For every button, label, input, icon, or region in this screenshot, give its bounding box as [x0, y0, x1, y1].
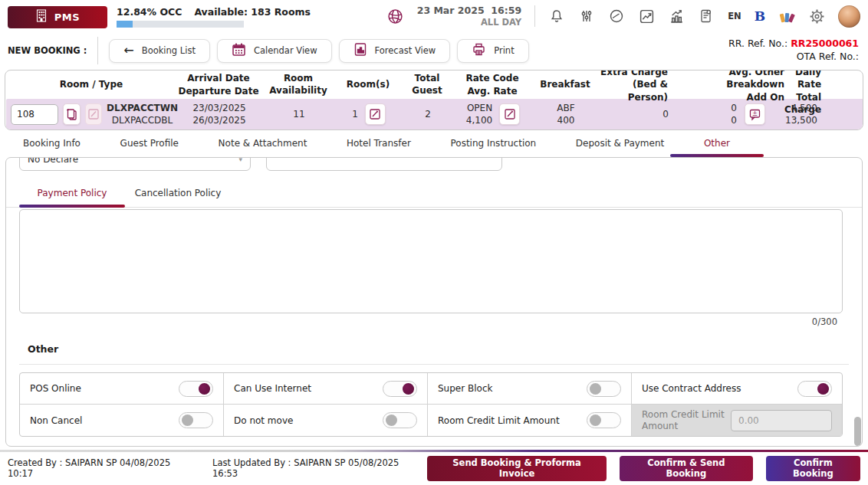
- gauge-icon[interactable]: [608, 8, 625, 25]
- occupancy-progress-bar: [117, 21, 244, 28]
- header-rate-code: Rate CodeAvg. Rate: [455, 72, 530, 97]
- user-avatar[interactable]: [838, 5, 860, 28]
- do-not-move-cell: Do not move: [224, 405, 428, 436]
- updated-by-label: Last Updated By : SAIPARN SP 05/08/2025 …: [212, 457, 427, 479]
- tab-note-attachment[interactable]: Note & Attachment: [219, 132, 307, 157]
- forecast-chart-icon: [353, 42, 367, 59]
- print-label: Print: [494, 45, 514, 56]
- room-credit-limit-label: Room Credit Limit Amount: [438, 415, 560, 426]
- booking-list-button[interactable]: ← Booking List: [109, 39, 210, 63]
- report-icon[interactable]: [698, 8, 715, 25]
- tab-posting-instruction[interactable]: Posting Instruction: [451, 132, 537, 157]
- room-number-input[interactable]: [11, 104, 58, 125]
- header-breakfast: Breakfast: [530, 79, 600, 91]
- pms-app: PMS 12.84% OCC Available: 183 Rooms 23 M…: [0, 0, 868, 485]
- booking-row: DLXPACCTWNDLXPACCDBL 23/03/202526/03/202…: [6, 99, 863, 129]
- tab-booking-info[interactable]: Booking Info: [23, 132, 81, 157]
- do-not-move-toggle[interactable]: [383, 412, 417, 428]
- pos-online-cell: POS Online: [20, 373, 224, 405]
- print-button[interactable]: Print: [457, 39, 528, 63]
- breakdown-plusminus-icon[interactable]: ±: [745, 103, 765, 125]
- use-contract-address-toggle[interactable]: [797, 381, 832, 397]
- clipped-input[interactable]: [266, 157, 502, 171]
- tab-cancellation-policy[interactable]: Cancellation Policy: [125, 182, 231, 207]
- rate-code-cell: OPEN4,100: [455, 102, 531, 126]
- tab-guest-profile[interactable]: Guest Profile: [120, 132, 179, 157]
- header-total-guest: Total Guest: [399, 73, 455, 97]
- pms-logo[interactable]: PMS: [8, 6, 107, 28]
- date-label: 23 Mar 2025: [417, 5, 485, 16]
- do-not-move-label: Do not move: [234, 415, 293, 426]
- can-use-internet-label: Can Use Internet: [234, 383, 311, 394]
- super-block-cell: Super Block: [428, 373, 632, 405]
- room-type-values: DLXPACCTWNDLXPACCDBL: [107, 102, 178, 126]
- logo-label: PMS: [54, 11, 80, 23]
- palette-icon[interactable]: [778, 8, 795, 25]
- duplicate-plus-icon[interactable]: [63, 103, 81, 125]
- options-grid: POS Online Can Use Internet Super Block …: [19, 372, 843, 437]
- credit-limit-input: [731, 410, 832, 431]
- booking-grid: Room / Type Arrival DateDeparture Date R…: [5, 70, 863, 130]
- non-cancel-cell: Non Cancel: [20, 405, 224, 436]
- send-booking-proforma-button[interactable]: Send Booking & Proforma Invoice: [427, 456, 607, 481]
- tab-other[interactable]: Other: [704, 132, 730, 157]
- tab-payment-policy[interactable]: Payment Policy: [19, 182, 125, 207]
- printer-icon: [472, 43, 486, 59]
- pos-online-label: POS Online: [30, 383, 81, 394]
- availability-cell: 11: [261, 109, 337, 120]
- edit-pencil-icon-disabled: [85, 103, 103, 125]
- header-rooms: Room(s): [337, 79, 399, 91]
- header-breakdown: Avg. Other BreakdownAdd On: [677, 70, 784, 103]
- bar-chart-icon[interactable]: [668, 8, 685, 25]
- integration-icon[interactable]: [578, 8, 595, 25]
- occupancy-progress-fill: [117, 21, 133, 28]
- forecast-view-button[interactable]: Forecast View: [339, 39, 451, 63]
- bookbar-divider: [97, 37, 98, 64]
- other-section-title: Other: [28, 343, 862, 355]
- panel-scrollbar[interactable]: [854, 417, 861, 446]
- room-type-cell: DLXPACCTWNDLXPACCDBL: [6, 102, 178, 126]
- time-label: 16:59: [491, 5, 521, 16]
- breakdown-cell: 00 ±: [678, 102, 785, 126]
- can-use-internet-cell: Can Use Internet: [224, 373, 428, 405]
- no-declare-select[interactable]: No Declare ▾: [19, 157, 251, 171]
- created-by-label: Created By : SAIPARN SP 04/08/2025 10:17: [8, 457, 199, 479]
- tab-hotel-transfer[interactable]: Hotel Transfer: [347, 132, 411, 157]
- currency-b-button[interactable]: B: [755, 8, 765, 24]
- svg-text:±: ±: [752, 110, 758, 117]
- bell-icon[interactable]: [548, 8, 565, 25]
- globe-icon[interactable]: [387, 8, 404, 25]
- top-bar: PMS 12.84% OCC Available: 183 Rooms 23 M…: [0, 0, 868, 32]
- line-chart-icon[interactable]: [638, 8, 655, 25]
- confirm-booking-button[interactable]: Confirm Booking: [766, 456, 860, 481]
- use-contract-address-label: Use Contract Address: [642, 383, 741, 394]
- header-arrival-departure: Arrival DateDeparture Date: [177, 72, 260, 97]
- edit-rate-icon[interactable]: [499, 103, 520, 125]
- can-use-internet-toggle[interactable]: [383, 381, 417, 397]
- payment-policy-textarea[interactable]: [19, 209, 843, 313]
- booking-list-label: Booking List: [142, 45, 196, 56]
- rr-ref-value: RR25000061: [791, 38, 859, 49]
- use-contract-address-cell: Use Contract Address: [632, 373, 842, 405]
- room-credit-limit-toggle[interactable]: [587, 412, 621, 428]
- all-day-label: ALL DAY: [417, 17, 521, 28]
- forecast-view-label: Forecast View: [375, 45, 436, 56]
- super-block-toggle[interactable]: [587, 381, 621, 397]
- tab-deposit-payment[interactable]: Deposit & Payment: [576, 132, 664, 157]
- calendar-icon: [232, 42, 246, 59]
- edit-rooms-icon[interactable]: [365, 103, 386, 125]
- calendar-view-button[interactable]: Calendar View: [217, 39, 332, 63]
- calendar-view-label: Calendar View: [254, 45, 317, 56]
- pos-online-toggle[interactable]: [179, 381, 213, 397]
- header-extra-charge: Extra Charge(Bed & Person): [600, 70, 677, 103]
- total-guest-cell: 2: [400, 109, 455, 120]
- booking-detail-tabs: Booking Info Guest Profile Note & Attach…: [0, 132, 868, 157]
- non-cancel-toggle[interactable]: [179, 412, 213, 428]
- language-selector[interactable]: EN: [728, 11, 741, 21]
- gear-icon[interactable]: [808, 8, 825, 25]
- confirm-send-booking-button[interactable]: Confirm & Send Booking: [620, 456, 753, 481]
- credit-limit-field-label: Room Credit Limit Amount: [642, 409, 725, 432]
- grid-header-row: Room / Type Arrival DateDeparture Date R…: [5, 70, 863, 99]
- reference-numbers: RR. Ref. No.: RR25000061 OTA Ref. No.:: [728, 38, 860, 64]
- policy-tabs: Payment Policy Cancellation Policy: [6, 182, 862, 208]
